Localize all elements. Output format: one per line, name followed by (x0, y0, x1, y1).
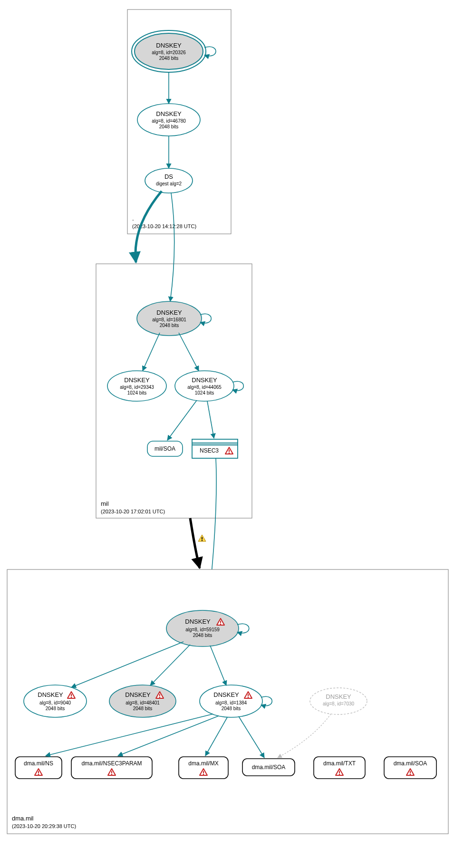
svg-text:2048 bits: 2048 bits (159, 124, 179, 129)
dnssec-diagram: . (2023-10-20 14:12:28 UTC) DNSKEY alg=8… (0, 0, 454, 868)
root-ds-node: DS digest alg=2 (145, 168, 193, 193)
svg-text:DNSKEY: DNSKEY (156, 42, 182, 49)
svg-text:2048 bits: 2048 bits (193, 633, 213, 638)
svg-point-14 (145, 168, 193, 193)
svg-text:DS: DS (164, 173, 173, 180)
dma-ns-node: dma.mil/NS (15, 757, 62, 779)
svg-text:dma.mil/SOA: dma.mil/SOA (252, 764, 286, 771)
svg-text:NSEC3: NSEC3 (200, 447, 219, 454)
zone-mil-label: mil (101, 500, 109, 507)
dma-mx-node: dma.mil/MX (179, 757, 228, 779)
svg-text:alg=8, id=16801: alg=8, id=16801 (152, 317, 186, 322)
svg-text:2048 bits: 2048 bits (222, 706, 241, 711)
dma-soa2-node: dma.mil/SOA (384, 757, 436, 779)
svg-text:alg=8, id=46780: alg=8, id=46780 (152, 118, 186, 124)
svg-text:DNSKEY: DNSKEY (125, 691, 151, 698)
dma-k3-node: DNSKEY alg=8, id=1384 2048 bits (200, 685, 262, 717)
svg-text:alg=8, id=20326: alg=8, id=20326 (152, 50, 186, 55)
svg-text:2048 bits: 2048 bits (160, 323, 179, 328)
dma-k1-node: DNSKEY alg=8, id=9040 2048 bits (24, 685, 87, 717)
svg-text:alg=8, id=7030: alg=8, id=7030 (323, 701, 355, 706)
svg-text:2048 bits: 2048 bits (159, 56, 179, 61)
zone-mil-ts: (2023-10-20 17:02:01 UTC) (101, 509, 165, 514)
svg-text:DNSKEY: DNSKEY (124, 376, 150, 384)
svg-text:1024 bits: 1024 bits (195, 390, 214, 395)
mil-zsk1-node: DNSKEY alg=8, id=29343 1024 bits (107, 371, 166, 401)
svg-text:alg=8, id=59159: alg=8, id=59159 (185, 627, 220, 632)
dma-txt-node: dma.mil/TXT (314, 757, 365, 779)
svg-text:alg=8, id=44065: alg=8, id=44065 (187, 385, 222, 390)
svg-text:DNSKEY: DNSKEY (185, 618, 211, 625)
svg-text:DNSKEY: DNSKEY (192, 376, 217, 384)
svg-text:digest alg=2: digest alg=2 (156, 181, 182, 186)
mil-zsk2-node: DNSKEY alg=8, id=44065 1024 bits (175, 371, 234, 401)
dma-k4-node: DNSKEY alg=8, id=7030 (310, 688, 367, 714)
svg-text:dma.mil/NSEC3PARAM: dma.mil/NSEC3PARAM (81, 760, 142, 767)
zone-dma: dma.mil (2023-10-20 20:29:38 UTC) DNSKEY… (7, 569, 448, 834)
svg-text:DNSKEY: DNSKEY (326, 693, 351, 700)
svg-text:DNSKEY: DNSKEY (38, 691, 63, 698)
root-ksk-node: DNSKEY alg=8, id=20326 2048 bits (132, 30, 206, 72)
svg-text:DNSKEY: DNSKEY (213, 691, 239, 698)
svg-text:alg=8, id=9040: alg=8, id=9040 (39, 700, 71, 705)
svg-text:dma.mil/TXT: dma.mil/TXT (323, 760, 356, 767)
mil-ksk-node: DNSKEY alg=8, id=16801 2048 bits (137, 301, 202, 336)
svg-text:DNSKEY: DNSKEY (156, 110, 182, 117)
dma-n3p-node: dma.mil/NSEC3PARAM (71, 757, 152, 779)
svg-text:alg=8, id=48401: alg=8, id=48401 (126, 700, 160, 705)
svg-text:1024 bits: 1024 bits (127, 390, 147, 395)
svg-text:dma.mil/NS: dma.mil/NS (24, 760, 53, 767)
mil-nsec3-node: NSEC3 (192, 439, 238, 458)
svg-text:DNSKEY: DNSKEY (156, 309, 182, 316)
warning-icon (198, 535, 206, 541)
svg-text:dma.mil/SOA: dma.mil/SOA (394, 760, 427, 767)
mil-soa-node: mil/SOA (147, 441, 183, 456)
zone-dma-label: dma.mil (12, 815, 34, 822)
edge-mil-to-dma-zone (190, 518, 200, 568)
svg-text:alg=8, id=1384: alg=8, id=1384 (215, 700, 247, 705)
dma-soa1-node: dma.mil/SOA (242, 759, 295, 776)
svg-text:dma.mil/MX: dma.mil/MX (188, 760, 218, 767)
zone-root: . (2023-10-20 14:12:28 UTC) DNSKEY alg=8… (127, 10, 231, 234)
svg-text:2048 bits: 2048 bits (46, 706, 65, 711)
dma-ksk-node: DNSKEY alg=8, id=59159 2048 bits (166, 610, 239, 646)
svg-text:2048 bits: 2048 bits (133, 706, 153, 711)
svg-text:mil/SOA: mil/SOA (155, 445, 175, 452)
dma-k2-node: DNSKEY alg=8, id=48401 2048 bits (109, 685, 176, 717)
root-zsk-node: DNSKEY alg=8, id=46780 2048 bits (137, 104, 200, 136)
zone-dma-ts: (2023-10-20 20:29:38 UTC) (12, 823, 76, 829)
zone-root-label: . (132, 215, 134, 222)
zone-mil: mil (2023-10-20 17:02:01 UTC) DNSKEY alg… (96, 264, 252, 518)
svg-text:alg=8, id=29343: alg=8, id=29343 (120, 385, 154, 390)
